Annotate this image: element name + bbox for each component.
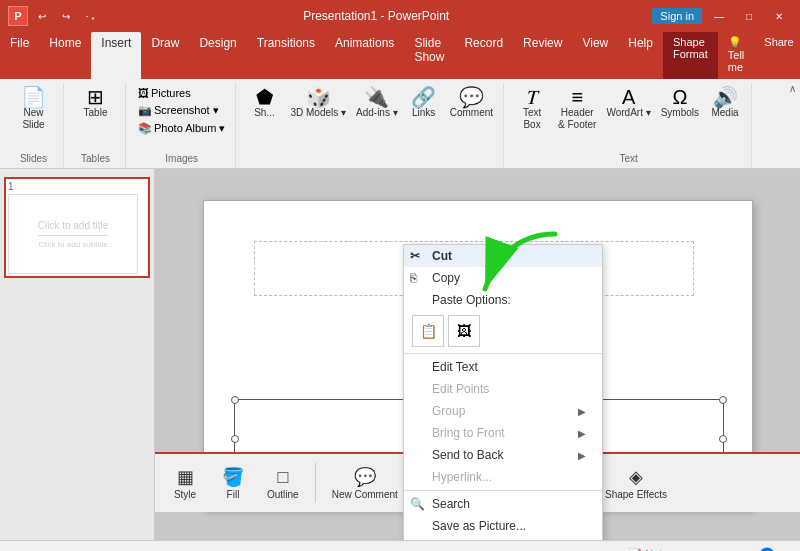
wordart-icon: A: [622, 87, 635, 107]
fill-button[interactable]: 🪣 Fill: [211, 464, 255, 502]
context-menu-edit-points: Edit Points: [404, 378, 602, 400]
symbols-icon: Ω: [672, 87, 687, 107]
header-footer-button[interactable]: ≡ Header& Footer: [554, 85, 600, 133]
context-menu-edit-text[interactable]: Edit Text: [404, 356, 602, 378]
cut-icon: ✂: [410, 249, 420, 263]
ribbon-group-slides: 📄 NewSlide Slides: [4, 83, 64, 168]
context-menu: ✂ Cut ⎘ Copy Paste Options: 📋 🖼 Edit Tex…: [403, 244, 603, 540]
handle-tl: [231, 396, 239, 404]
paste-icon-2[interactable]: 🖼: [448, 315, 480, 347]
zoom-slider[interactable]: [712, 547, 792, 552]
context-menu-paste-header: Paste Options:: [404, 289, 602, 311]
tab-slideshow[interactable]: Slide Show: [404, 32, 454, 79]
new-comment-toolbar-label: New Comment: [332, 489, 398, 500]
tables-group-label: Tables: [81, 153, 110, 166]
slides-panel: 1 Click to add title Click to add subtit…: [0, 169, 155, 540]
handle-mr: [719, 435, 727, 443]
minimize-button[interactable]: —: [706, 6, 732, 26]
header-footer-icon: ≡: [571, 87, 583, 107]
context-menu-send-to-back[interactable]: Send to Back ▶: [404, 444, 602, 466]
tab-draw[interactable]: Draw: [141, 32, 189, 79]
copy-icon: ⎘: [410, 271, 417, 285]
new-comment-toolbar-button[interactable]: 💬 New Comment: [324, 464, 406, 502]
textbox-button[interactable]: 𝑇 TextBox: [512, 85, 552, 133]
context-menu-translate[interactable]: Translate: [404, 537, 602, 540]
ribbon-group-illustrations: ⬟ Sh... 🎲 3D Models ▾ 🔌 Add-ins ▾ 🔗 Link…: [238, 83, 504, 168]
tell-me-button[interactable]: 💡 Tell me: [718, 32, 755, 79]
tab-record[interactable]: Record: [454, 32, 513, 79]
3d-models-button[interactable]: 🎲 3D Models ▾: [286, 85, 350, 121]
handle-tr: [719, 396, 727, 404]
shapes-button[interactable]: ⬟ Sh...: [244, 85, 284, 121]
add-ins-button[interactable]: 🔌 Add-ins ▾: [352, 85, 402, 121]
main-area: 1 Click to add title Click to add subtit…: [0, 169, 800, 540]
comment-button[interactable]: 💬 Comment: [446, 85, 497, 121]
shape-effects-button[interactable]: ◈ Shape Effects: [597, 464, 675, 502]
media-icon: 🔊: [713, 87, 738, 107]
context-menu-group: Group ▶: [404, 400, 602, 422]
outline-button[interactable]: □ Outline: [259, 465, 307, 502]
table-button[interactable]: ⊞ Table: [76, 85, 116, 121]
wordart-button[interactable]: A WordArt ▾: [602, 85, 654, 121]
links-button[interactable]: 🔗 Links: [404, 85, 444, 121]
text-group-label: Text: [619, 153, 637, 166]
ribbon-group-tables: ⊞ Table Tables: [66, 83, 126, 168]
maximize-button[interactable]: □: [736, 6, 762, 26]
tab-design[interactable]: Design: [189, 32, 246, 79]
close-button[interactable]: ✕: [766, 6, 792, 26]
slides-group-label: Slides: [20, 153, 47, 166]
symbols-button[interactable]: Ω Symbols: [657, 85, 703, 121]
context-menu-hyperlink: Hyperlink...: [404, 466, 602, 488]
customize-qat-button[interactable]: ⬝▾: [80, 6, 100, 26]
ribbon-group-text: 𝑇 TextBox ≡ Header& Footer A WordArt ▾ Ω…: [506, 83, 752, 168]
status-bar: Slide 1 of 1 | English (United States) 📝…: [0, 540, 800, 551]
new-slide-button[interactable]: 📄 NewSlide: [14, 85, 54, 133]
style-button[interactable]: ▦ Style: [163, 464, 207, 502]
screenshot-button[interactable]: 📷 Screenshot ▾: [134, 102, 223, 119]
tab-shape-format[interactable]: Shape Format: [663, 32, 718, 79]
slide-thumbnail-1[interactable]: 1 Click to add title Click to add subtit…: [4, 177, 150, 278]
share-button[interactable]: Share: [754, 32, 800, 79]
paste-icons-row: 📋 🖼: [404, 311, 602, 351]
separator-1: [404, 353, 602, 354]
media-button[interactable]: 🔊 Media: [705, 85, 745, 121]
pictures-icon: 🖼: [138, 87, 149, 99]
undo-button[interactable]: ↩: [32, 6, 52, 26]
search-icon: 🔍: [410, 497, 425, 511]
photo-album-button[interactable]: 📚 Photo Album ▾: [134, 120, 229, 137]
fill-label: Fill: [227, 489, 240, 500]
tab-view[interactable]: View: [572, 32, 618, 79]
ribbon-collapse-button[interactable]: ∧: [789, 83, 796, 94]
ribbon-group-images: 🖼 Pictures 📷 Screenshot ▾ 📚 Photo Album …: [128, 83, 236, 168]
context-menu-search[interactable]: 🔍 Search: [404, 493, 602, 515]
context-menu-cut[interactable]: ✂ Cut: [404, 245, 602, 267]
screenshot-icon: 📷: [138, 104, 152, 117]
context-menu-save-as-picture[interactable]: Save as Picture...: [404, 515, 602, 537]
title-bar: P ↩ ↪ ⬝▾ Presentation1 - PowerPoint Sign…: [0, 0, 800, 32]
send-to-back-arrow: ▶: [578, 450, 586, 461]
tab-file[interactable]: File: [0, 32, 39, 79]
context-menu-copy[interactable]: ⎘ Copy: [404, 267, 602, 289]
sign-in-button[interactable]: Sign in: [652, 8, 702, 24]
slide-preview: Click to add title Click to add subtitle: [8, 194, 138, 274]
outline-label: Outline: [267, 489, 299, 500]
paste-icon-1[interactable]: 📋: [412, 315, 444, 347]
tab-help[interactable]: Help: [618, 32, 663, 79]
window-title: Presentation1 - PowerPoint: [100, 9, 652, 23]
images-group-label: Images: [165, 153, 198, 166]
tab-review[interactable]: Review: [513, 32, 572, 79]
context-menu-bring-to-front: Bring to Front ▶: [404, 422, 602, 444]
separator-2: [404, 490, 602, 491]
tab-insert[interactable]: Insert: [91, 32, 141, 79]
pictures-button[interactable]: 🖼 Pictures: [134, 85, 195, 101]
shape-effects-icon: ◈: [629, 466, 643, 488]
style-label: Style: [174, 489, 196, 500]
tab-transitions[interactable]: Transitions: [247, 32, 325, 79]
tab-animations[interactable]: Animations: [325, 32, 404, 79]
toolbar-separator-1: [315, 463, 316, 503]
links-icon: 🔗: [411, 87, 436, 107]
shape-effects-label: Shape Effects: [605, 489, 667, 500]
fill-icon: 🪣: [222, 466, 244, 488]
redo-button[interactable]: ↪: [56, 6, 76, 26]
tab-home[interactable]: Home: [39, 32, 91, 79]
